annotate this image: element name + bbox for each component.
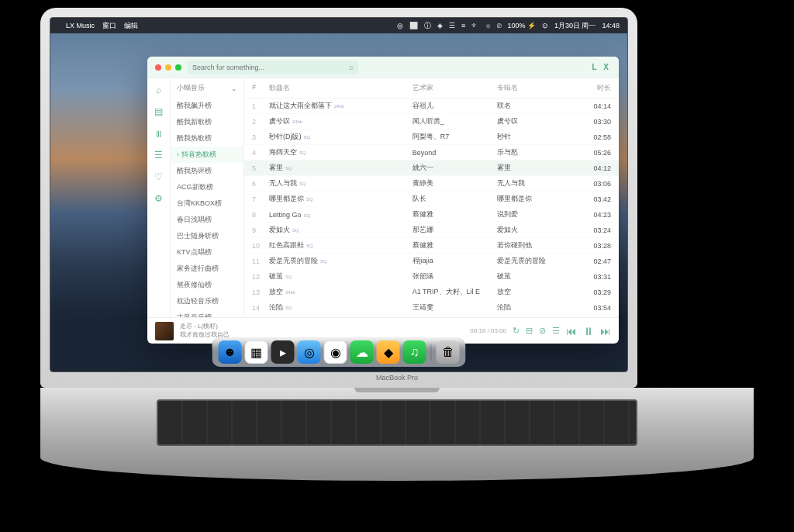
menubar-status-0[interactable]: ◎ <box>397 22 403 29</box>
menubar-status-9[interactable]: 100% ⚡ <box>507 22 536 29</box>
menubar-status-4[interactable]: ☰ <box>449 22 455 29</box>
menubar-status-12[interactable]: 14:48 <box>602 22 620 29</box>
track-album: 哪里都是你 <box>497 194 582 204</box>
track-duration: 03:24 <box>582 226 611 234</box>
album-art[interactable] <box>155 322 174 340</box>
lyrics-icon[interactable]: ⊟ <box>526 326 533 336</box>
nav-search-icon[interactable]: ⌕ <box>154 85 164 95</box>
terminal-icon[interactable]: ▸ <box>271 340 295 364</box>
track-name: 爱如火SQ <box>269 225 413 235</box>
wechat-icon[interactable]: ☁ <box>350 340 374 364</box>
col-name[interactable]: 歌曲名 <box>269 83 413 93</box>
launchpad-icon[interactable]: ▦ <box>245 340 268 364</box>
menubar-status-3[interactable]: ◈ <box>437 22 443 29</box>
table-row[interactable]: 12破茧SQ张韶涵破茧03:31 <box>244 269 619 285</box>
play-pause-button[interactable]: ⏸ <box>583 325 594 337</box>
track-artist: 容祖儿 <box>413 101 497 111</box>
maximize-button[interactable] <box>175 64 181 71</box>
trash-icon[interactable]: 🗑 <box>437 340 460 364</box>
search-input[interactable] <box>192 64 349 71</box>
sidebar-item[interactable]: 春日浅唱榜 <box>171 212 243 228</box>
track-name: 虞兮叹24bit <box>269 116 413 126</box>
macos-menubar: LX Music 窗口 编辑 ◎⬜ⓘ◈☰≡ᯤ☼⎚100% ⚡⊙1月30日 周一1… <box>50 18 627 33</box>
menubar-status-6[interactable]: ᯤ <box>471 22 478 29</box>
track-artist: 闻人听書_ <box>413 116 497 126</box>
table-row[interactable]: 7哪里都是你SQ队长哪里都是你03:42 <box>244 192 619 207</box>
table-row[interactable]: 13放空24bitA1 TRIP、大籽、Lil E放空03:29 <box>244 285 619 300</box>
sidebar-item[interactable]: 酷我飙升榜 <box>171 98 243 114</box>
sidebar-item[interactable]: KTV点唱榜 <box>171 244 243 261</box>
col-album[interactable]: 专辑名 <box>497 83 582 93</box>
nav-list-icon[interactable]: ▤ <box>154 106 164 117</box>
track-artist: Beyond <box>413 149 497 157</box>
nav-chart-icon[interactable]: ⫼ <box>154 128 164 139</box>
sidebar-item[interactable]: 台湾KKBOX榜 <box>171 195 243 212</box>
track-artist: 阿梨粤、R7 <box>413 132 497 142</box>
search-icon[interactable]: ⌕ <box>349 63 354 71</box>
sidebar-item[interactable]: 家务进行曲榜 <box>171 261 243 277</box>
col-artist[interactable]: 艺术家 <box>413 83 497 93</box>
table-row[interactable]: 5雾里SQ姚六一雾里04:12 <box>244 161 619 176</box>
loop-icon[interactable]: ↻ <box>513 326 520 336</box>
now-playing-title: 走尽 - L(桃籽) <box>180 323 230 330</box>
sidebar-item[interactable]: ACG新歌榜 <box>171 179 243 195</box>
nav-heart-icon[interactable]: ♡ <box>154 171 164 182</box>
track-artist: 那艺娜 <box>413 225 497 235</box>
table-row[interactable]: 8Letting GoSQ蔡健雅说到爱04:23 <box>244 207 619 223</box>
table-row[interactable]: 6无人与我SQ黄静美无人与我03:06 <box>244 176 619 192</box>
minimize-button[interactable] <box>165 64 171 71</box>
table-row[interactable]: 4海阔天空SQBeyond乐与怒05:26 <box>244 145 619 161</box>
table-row[interactable]: 14沦陷SQ王靖雯沦陷03:54 <box>244 300 619 316</box>
safari-icon[interactable]: ◎ <box>298 340 321 364</box>
track-duration: 04:14 <box>582 102 611 110</box>
col-duration[interactable]: 时长 <box>582 83 611 93</box>
lx-music-icon[interactable]: ♫ <box>403 340 426 364</box>
app-name[interactable]: LX Music <box>66 22 95 29</box>
table-row[interactable]: 9爱如火SQ那艺娜爱如火03:24 <box>244 223 619 238</box>
track-number: 8 <box>252 211 269 219</box>
queue-icon[interactable]: ☰ <box>552 326 560 336</box>
table-header: # 歌曲名 艺术家 专辑名 时长 <box>244 78 619 98</box>
chrome-icon[interactable]: ◉ <box>324 340 347 364</box>
search-box[interactable]: ⌕ <box>188 60 358 74</box>
sidebar-item[interactable]: 枕边轻音乐榜 <box>171 293 243 309</box>
chevron-down-icon: ⌄ <box>231 85 237 92</box>
dock: ☻ ▦ ▸ ◎ ◉ ☁ ◆ ♫ 🗑 <box>212 337 466 367</box>
track-artist: 蔡健雅 <box>413 209 497 219</box>
sidebar-item[interactable]: 抖音热歌榜 <box>171 147 243 163</box>
nav-settings-icon[interactable]: ⚙ <box>154 193 164 204</box>
sidebar-item[interactable]: 酷我热歌榜 <box>171 130 243 147</box>
sidebar-item[interactable]: 酷我新歌榜 <box>171 114 243 130</box>
table-row[interactable]: 3秒针(Dj版)SQ阿梨粤、R7秒针02:58 <box>244 130 619 145</box>
track-name: 无人与我SQ <box>269 178 413 188</box>
keyboard <box>157 399 637 446</box>
finder-icon[interactable]: ☻ <box>219 340 242 364</box>
sidebar-item[interactable]: 巴士随身听榜 <box>171 228 243 244</box>
next-track-button[interactable]: ⏭ <box>600 325 611 337</box>
prev-track-button[interactable]: ⏮ <box>566 325 577 337</box>
table-row[interactable]: 2虞兮叹24bit闻人听書_虞兮叹03:30 <box>244 114 619 130</box>
sidebar-item[interactable]: 古风音乐榜 <box>171 309 243 317</box>
close-button[interactable] <box>155 64 161 71</box>
mute-icon[interactable]: ⊘ <box>539 326 546 336</box>
table-row[interactable]: 1就让这大雨全都落下24bit容祖儿联名04:14 <box>244 98 619 114</box>
track-name: 红色高跟鞋SQ <box>269 240 413 250</box>
source-label: 小蜗音乐 <box>177 83 205 93</box>
menubar-status-8[interactable]: ⎚ <box>497 22 501 29</box>
sidebar-item[interactable]: 酷我热评榜 <box>171 163 243 179</box>
sidebar-item[interactable]: 熬夜修仙榜 <box>171 277 243 293</box>
sketch-icon[interactable]: ◆ <box>377 340 400 364</box>
menu-window[interactable]: 窗口 <box>102 21 116 31</box>
menubar-status-11[interactable]: 1月30日 周一 <box>554 21 596 31</box>
menubar-status-10[interactable]: ⊙ <box>542 22 548 29</box>
table-row[interactable]: 10红色高跟鞋SQ蔡健雅若你碰到他03:28 <box>244 238 619 254</box>
track-artist: 程jiajia <box>413 256 497 266</box>
nav-playlist-icon[interactable]: ☰ <box>154 150 164 161</box>
table-row[interactable]: 11爱是无畏的冒险SQ程jiajia爱是无畏的冒险02:47 <box>244 254 619 269</box>
menu-edit[interactable]: 编辑 <box>124 21 138 31</box>
source-selector[interactable]: 小蜗音乐 ⌄ <box>171 78 243 98</box>
menubar-status-1[interactable]: ⬜ <box>409 22 418 29</box>
menubar-status-5[interactable]: ≡ <box>461 22 465 29</box>
menubar-status-7[interactable]: ☼ <box>485 22 491 29</box>
menubar-status-2[interactable]: ⓘ <box>424 21 431 31</box>
